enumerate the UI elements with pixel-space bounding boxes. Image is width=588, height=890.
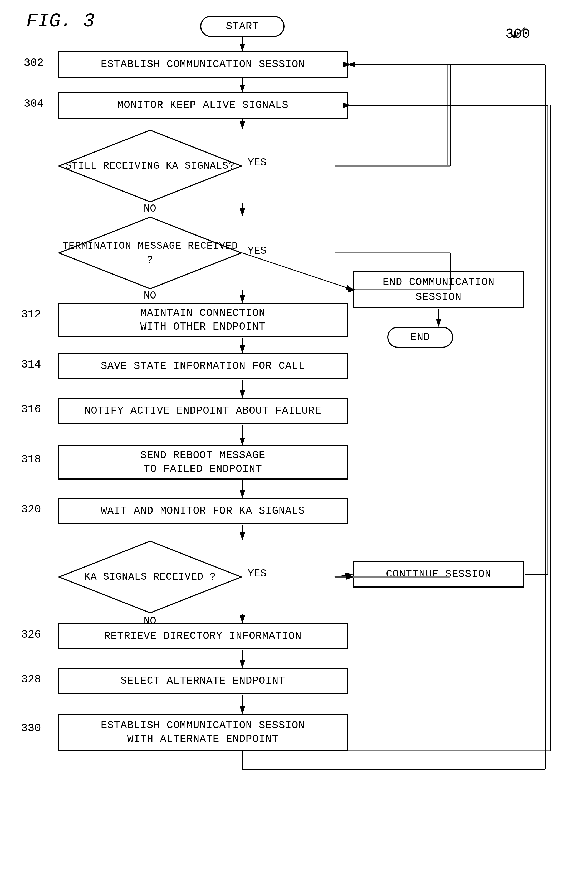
node-308: TERMINATION MESSAGE RECEIVED ? [58, 216, 242, 290]
flowchart-diagram: FIG. 3 300 START 302 ESTABLISH COMMUNICA… [0, 0, 588, 890]
node-324: CONTINUE SESSION [353, 561, 524, 588]
svg-line-21 [334, 574, 352, 577]
node-316: NOTIFY ACTIVE ENDPOINT ABOUT FAILURE [58, 398, 348, 424]
node-310: END COMMUNICATION SESSION [353, 272, 524, 308]
node-326: RETRIEVE DIRECTORY INFORMATION [58, 623, 348, 650]
ref-326: 326 [21, 628, 41, 641]
node-322: KA SIGNALS RECEIVED ? [58, 540, 242, 614]
ref-302: 302 [24, 57, 44, 69]
yes-label-306: YES [248, 157, 267, 169]
node-318: SEND REBOOT MESSAGE TO FAILED ENDPOINT [58, 445, 348, 480]
no-label-308: NO [144, 290, 156, 302]
ref-328: 328 [21, 673, 41, 686]
ref-314: 314 [21, 358, 41, 371]
ref-304: 304 [24, 98, 44, 110]
no-label-306: NO [144, 203, 156, 215]
node-314: SAVE STATE INFORMATION FOR CALL [58, 353, 348, 380]
start-node: START [200, 16, 285, 37]
ref-320: 320 [21, 503, 41, 516]
ref-318: 318 [21, 453, 41, 466]
end-node: END [387, 327, 453, 348]
node-306: STILL RECEIVING KA SIGNALS? [58, 129, 242, 203]
yes-label-322: YES [248, 568, 267, 579]
node-320: WAIT AND MONITOR FOR KA SIGNALS [58, 498, 348, 524]
node-328: SELECT ALTERNATE ENDPOINT [58, 668, 348, 694]
svg-line-0 [514, 28, 525, 38]
node-312: MAINTAIN CONNECTION WITH OTHER ENDPOINT [58, 303, 348, 337]
node-302: ESTABLISH COMMUNICATION SESSION [58, 51, 348, 78]
yes-label-308: YES [248, 245, 267, 257]
figure-title: FIG. 3 [26, 11, 94, 32]
ref-316: 316 [21, 403, 41, 416]
svg-line-13 [242, 253, 353, 290]
ref-330: 330 [21, 722, 41, 735]
ref-312: 312 [21, 308, 41, 321]
node-330: ESTABLISH COMMUNICATION SESSION WITH ALT… [58, 714, 348, 751]
node-304: MONITOR KEEP ALIVE SIGNALS [58, 92, 348, 119]
ref-arrow-300 [506, 25, 527, 41]
